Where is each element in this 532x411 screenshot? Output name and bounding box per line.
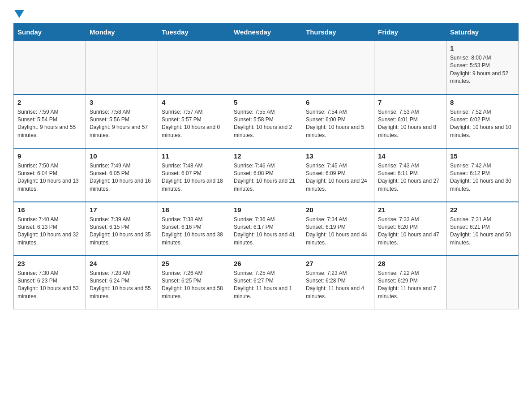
day-info: Sunrise: 7:23 AM Sunset: 6:28 PM Dayligh… (306, 270, 370, 301)
calendar-cell: 15Sunrise: 7:42 AM Sunset: 6:12 PM Dayli… (446, 148, 519, 202)
calendar-cell (230, 41, 302, 94)
calendar-week-4: 16Sunrise: 7:40 AM Sunset: 6:13 PM Dayli… (14, 202, 519, 256)
day-number: 11 (162, 151, 226, 161)
calendar-cell (86, 41, 158, 94)
calendar-cell: 6Sunrise: 7:54 AM Sunset: 6:00 PM Daylig… (302, 94, 374, 148)
logo (13, 9, 24, 19)
day-info: Sunrise: 7:28 AM Sunset: 6:24 PM Dayligh… (90, 270, 154, 301)
weekday-header-tuesday: Tuesday (158, 24, 230, 41)
day-info: Sunrise: 7:55 AM Sunset: 5:58 PM Dayligh… (234, 108, 298, 140)
day-info: Sunrise: 7:53 AM Sunset: 6:01 PM Dayligh… (378, 108, 442, 140)
calendar-cell: 28Sunrise: 7:22 AM Sunset: 6:29 PM Dayli… (374, 256, 446, 309)
day-number: 16 (17, 205, 82, 214)
calendar-week-1: 1Sunrise: 8:00 AM Sunset: 5:53 PM Daylig… (14, 41, 519, 94)
weekday-header-sunday: Sunday (14, 24, 86, 41)
day-number: 13 (306, 151, 370, 161)
calendar-cell: 21Sunrise: 7:33 AM Sunset: 6:20 PM Dayli… (374, 202, 446, 256)
day-number: 1 (450, 43, 515, 53)
calendar-cell (446, 256, 519, 309)
calendar-table: SundayMondayTuesdayWednesdayThursdayFrid… (13, 23, 519, 309)
day-info: Sunrise: 7:48 AM Sunset: 6:07 PM Dayligh… (162, 162, 226, 193)
day-info: Sunrise: 7:25 AM Sunset: 6:27 PM Dayligh… (234, 270, 298, 301)
day-info: Sunrise: 7:43 AM Sunset: 6:11 PM Dayligh… (378, 162, 442, 193)
day-number: 23 (17, 259, 82, 268)
calendar-cell: 9Sunrise: 7:50 AM Sunset: 6:04 PM Daylig… (14, 148, 86, 202)
day-number: 10 (90, 151, 154, 161)
day-info: Sunrise: 7:38 AM Sunset: 6:16 PM Dayligh… (162, 216, 226, 247)
day-number: 17 (90, 205, 154, 214)
day-info: Sunrise: 7:36 AM Sunset: 6:17 PM Dayligh… (234, 216, 298, 247)
day-number: 21 (378, 205, 442, 214)
calendar-cell: 25Sunrise: 7:26 AM Sunset: 6:25 PM Dayli… (158, 256, 230, 309)
calendar-cell: 17Sunrise: 7:39 AM Sunset: 6:15 PM Dayli… (86, 202, 158, 256)
calendar-week-2: 2Sunrise: 7:59 AM Sunset: 5:54 PM Daylig… (14, 94, 519, 148)
calendar-header-row: SundayMondayTuesdayWednesdayThursdayFrid… (14, 24, 519, 41)
day-number: 18 (162, 205, 226, 214)
day-number: 20 (306, 205, 370, 214)
day-info: Sunrise: 7:50 AM Sunset: 6:04 PM Dayligh… (17, 162, 82, 193)
day-info: Sunrise: 8:00 AM Sunset: 5:53 PM Dayligh… (450, 54, 515, 86)
calendar-cell: 27Sunrise: 7:23 AM Sunset: 6:28 PM Dayli… (302, 256, 374, 309)
page-header (13, 9, 519, 19)
calendar-week-5: 23Sunrise: 7:30 AM Sunset: 6:23 PM Dayli… (14, 256, 519, 309)
calendar-cell: 18Sunrise: 7:38 AM Sunset: 6:16 PM Dayli… (158, 202, 230, 256)
calendar-cell: 11Sunrise: 7:48 AM Sunset: 6:07 PM Dayli… (158, 148, 230, 202)
calendar-cell: 7Sunrise: 7:53 AM Sunset: 6:01 PM Daylig… (374, 94, 446, 148)
calendar-cell: 26Sunrise: 7:25 AM Sunset: 6:27 PM Dayli… (230, 256, 302, 309)
day-info: Sunrise: 7:54 AM Sunset: 6:00 PM Dayligh… (306, 108, 370, 140)
calendar-cell: 5Sunrise: 7:55 AM Sunset: 5:58 PM Daylig… (230, 94, 302, 148)
day-number: 26 (234, 259, 298, 268)
day-number: 14 (378, 151, 442, 161)
day-info: Sunrise: 7:57 AM Sunset: 5:57 PM Dayligh… (162, 108, 226, 140)
day-info: Sunrise: 7:42 AM Sunset: 6:12 PM Dayligh… (450, 162, 515, 193)
day-info: Sunrise: 7:26 AM Sunset: 6:25 PM Dayligh… (162, 270, 226, 301)
day-info: Sunrise: 7:31 AM Sunset: 6:21 PM Dayligh… (450, 216, 515, 247)
day-number: 25 (162, 259, 226, 268)
day-info: Sunrise: 7:33 AM Sunset: 6:20 PM Dayligh… (378, 216, 442, 247)
weekday-header-friday: Friday (374, 24, 446, 41)
day-number: 19 (234, 205, 298, 214)
day-number: 3 (90, 98, 154, 107)
logo-arrow-icon (14, 10, 24, 20)
calendar-cell: 8Sunrise: 7:52 AM Sunset: 6:02 PM Daylig… (446, 94, 519, 148)
day-number: 2 (17, 98, 82, 107)
weekday-header-thursday: Thursday (302, 24, 374, 41)
calendar-cell (14, 41, 86, 94)
day-number: 15 (450, 151, 515, 161)
calendar-cell: 4Sunrise: 7:57 AM Sunset: 5:57 PM Daylig… (158, 94, 230, 148)
calendar-cell: 20Sunrise: 7:34 AM Sunset: 6:19 PM Dayli… (302, 202, 374, 256)
day-info: Sunrise: 7:52 AM Sunset: 6:02 PM Dayligh… (450, 108, 515, 140)
day-number: 8 (450, 98, 515, 107)
calendar-cell (374, 41, 446, 94)
calendar-cell: 12Sunrise: 7:46 AM Sunset: 6:08 PM Dayli… (230, 148, 302, 202)
calendar-cell: 13Sunrise: 7:45 AM Sunset: 6:09 PM Dayli… (302, 148, 374, 202)
calendar-cell: 2Sunrise: 7:59 AM Sunset: 5:54 PM Daylig… (14, 94, 86, 148)
calendar-week-3: 9Sunrise: 7:50 AM Sunset: 6:04 PM Daylig… (14, 148, 519, 202)
calendar-cell: 14Sunrise: 7:43 AM Sunset: 6:11 PM Dayli… (374, 148, 446, 202)
day-info: Sunrise: 7:45 AM Sunset: 6:09 PM Dayligh… (306, 162, 370, 193)
calendar-cell: 19Sunrise: 7:36 AM Sunset: 6:17 PM Dayli… (230, 202, 302, 256)
day-number: 28 (378, 259, 442, 268)
svg-marker-0 (14, 10, 24, 18)
day-number: 9 (17, 151, 82, 161)
day-info: Sunrise: 7:39 AM Sunset: 6:15 PM Dayligh… (90, 216, 154, 247)
day-info: Sunrise: 7:30 AM Sunset: 6:23 PM Dayligh… (17, 270, 82, 301)
day-number: 4 (162, 98, 226, 107)
day-info: Sunrise: 7:22 AM Sunset: 6:29 PM Dayligh… (378, 270, 442, 301)
calendar-cell: 24Sunrise: 7:28 AM Sunset: 6:24 PM Dayli… (86, 256, 158, 309)
day-info: Sunrise: 7:58 AM Sunset: 5:56 PM Dayligh… (90, 108, 154, 140)
day-number: 7 (378, 98, 442, 107)
calendar-cell (302, 41, 374, 94)
calendar-cell: 22Sunrise: 7:31 AM Sunset: 6:21 PM Dayli… (446, 202, 519, 256)
day-info: Sunrise: 7:46 AM Sunset: 6:08 PM Dayligh… (234, 162, 298, 193)
calendar-cell: 23Sunrise: 7:30 AM Sunset: 6:23 PM Dayli… (14, 256, 86, 309)
day-info: Sunrise: 7:49 AM Sunset: 6:05 PM Dayligh… (90, 162, 154, 193)
day-number: 12 (234, 151, 298, 161)
calendar-cell: 1Sunrise: 8:00 AM Sunset: 5:53 PM Daylig… (446, 41, 519, 94)
calendar-cell: 10Sunrise: 7:49 AM Sunset: 6:05 PM Dayli… (86, 148, 158, 202)
weekday-header-saturday: Saturday (446, 24, 519, 41)
day-info: Sunrise: 7:59 AM Sunset: 5:54 PM Dayligh… (17, 108, 82, 140)
day-number: 24 (90, 259, 154, 268)
day-number: 27 (306, 259, 370, 268)
weekday-header-wednesday: Wednesday (230, 24, 302, 41)
